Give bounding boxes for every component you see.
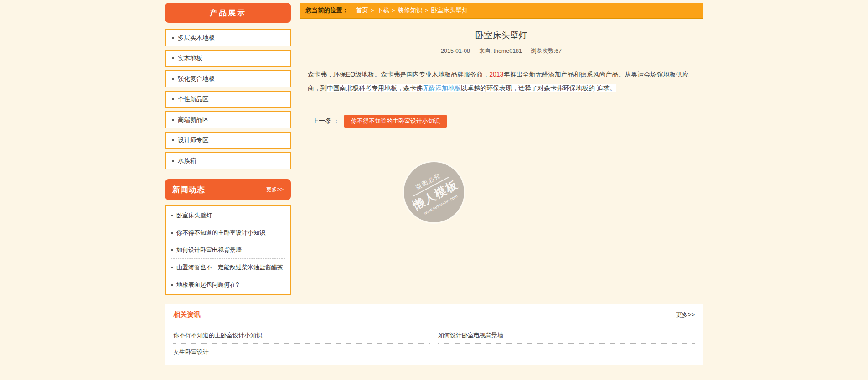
bullet-icon — [172, 139, 174, 141]
sidebar-product-item[interactable]: 高端新品区 — [165, 111, 291, 128]
sidebar-product-item[interactable]: 水族箱 — [165, 152, 291, 169]
breadcrumb-link[interactable]: 卧室床头壁灯 — [431, 7, 468, 14]
breadcrumb-link[interactable]: 下载 — [377, 7, 389, 14]
news-item-label: 地板表面起包问题何在? — [176, 281, 239, 289]
breadcrumb-separator: > — [371, 7, 374, 14]
breadcrumb-separator: > — [425, 7, 429, 14]
sidebar-news-item[interactable]: 你不得不知道的主卧室设计小知识 — [171, 224, 285, 241]
paragraph-segment: 2013 — [489, 71, 503, 78]
prev-article-row: 上一条 ： 你不得不知道的主卧室设计小知识 — [312, 115, 695, 128]
news-header: 新闻动态 更多>> — [165, 179, 291, 200]
bullet-icon — [171, 267, 173, 268]
breadcrumb-link[interactable]: 装修知识 — [398, 7, 423, 14]
bullet-icon — [172, 98, 174, 100]
related-more-link[interactable]: 更多>> — [676, 311, 695, 319]
sidebar-news-item[interactable]: 地板表面起包问题何在? — [171, 276, 285, 293]
watermark-stamp: 盗图必究 懒人模板 www.lanrenmb.com — [404, 162, 464, 222]
article-meta: 2015-01-08 来自: theme0181 浏览次数:67 — [308, 47, 695, 55]
article-date: 2015-01-08 — [441, 48, 470, 54]
breadcrumb-trail: 首页>下载>装修知识>卧室床头壁灯 — [353, 6, 471, 15]
breadcrumb-separator: > — [392, 7, 395, 14]
news-item-label: 山盟海誓也不一定能敌过柴米油盐酱醋茶 — [176, 263, 283, 272]
products-header: 产品展示 — [165, 3, 291, 23]
related-link[interactable]: 你不得不知道的主卧室设计小知识 — [173, 327, 430, 344]
related-column: 如何设计卧室电视背景墙 — [438, 327, 695, 360]
related-news-title: 相关资讯 — [173, 310, 201, 319]
bullet-icon — [171, 215, 173, 216]
article-divider — [308, 63, 695, 63]
sidebar-news-item[interactable]: 如何设计卧室电视背景墙 — [171, 241, 285, 259]
products-header-title: 产品展示 — [210, 8, 246, 18]
product-item-label: 实木地板 — [178, 54, 202, 62]
related-news-panel: 相关资讯 更多>> 你不得不知道的主卧室设计小知识女生卧室设计如何设计卧室电视背… — [165, 304, 703, 365]
prev-article-label: 上一条 ： — [312, 117, 340, 125]
bullet-icon — [172, 78, 174, 80]
sidebar-product-item[interactable]: 强化复合地板 — [165, 70, 291, 87]
bullet-icon — [171, 284, 173, 286]
article-views: 浏览次数:67 — [531, 48, 562, 54]
news-more-link[interactable]: 更多>> — [266, 186, 284, 194]
related-columns: 你不得不知道的主卧室设计小知识女生卧室设计如何设计卧室电视背景墙 — [173, 325, 695, 360]
sidebar: 产品展示 多层实木地板实木地板强化复合地板个性新品区高端新品区设计师专区水族箱 … — [165, 3, 291, 295]
bullet-icon — [171, 249, 173, 251]
breadcrumb: 您当前的位置： 首页>下载>装修知识>卧室床头壁灯 — [300, 3, 703, 19]
sidebar-product-item[interactable]: 个性新品区 — [165, 91, 291, 108]
related-link[interactable]: 女生卧室设计 — [173, 344, 430, 360]
sidebar-news-item[interactable]: 山盟海誓也不一定能敌过柴米油盐酱醋茶 — [171, 259, 285, 276]
paragraph-segment: 森卡弗，环保EO级地板。森卡弗是国内专业木地板品牌服务商， — [308, 71, 489, 78]
main-content: 您当前的位置： 首页>下载>装修知识>卧室床头壁灯 卧室床头壁灯 2015-01… — [300, 3, 703, 128]
news-header-title: 新闻动态 — [172, 185, 205, 195]
product-item-label: 多层实木地板 — [178, 34, 215, 42]
product-item-label: 个性新品区 — [178, 95, 209, 103]
sidebar-product-item[interactable]: 实木地板 — [165, 50, 291, 67]
breadcrumb-link[interactable]: 首页 — [356, 7, 368, 14]
bullet-icon — [172, 37, 174, 39]
related-news-header: 相关资讯 更多>> — [173, 310, 695, 319]
page-wrapper: 产品展示 多层实木地板实木地板强化复合地板个性新品区高端新品区设计师专区水族箱 … — [165, 0, 703, 365]
product-item-label: 高端新品区 — [178, 116, 209, 124]
article-title: 卧室床头壁灯 — [308, 30, 695, 41]
article: 卧室床头壁灯 2015-01-08 来自: theme0181 浏览次数:67 … — [300, 30, 703, 128]
news-list: 卧室床头壁灯你不得不知道的主卧室设计小知识如何设计卧室电视背景墙山盟海誓也不一定… — [165, 205, 291, 295]
related-column: 你不得不知道的主卧室设计小知识女生卧室设计 — [173, 327, 430, 360]
sidebar-news-item[interactable]: 卧室床头壁灯 — [171, 207, 285, 224]
prev-article-button[interactable]: 你不得不知道的主卧室设计小知识 — [344, 115, 447, 128]
sidebar-product-item[interactable]: 设计师专区 — [165, 132, 291, 149]
bullet-icon — [172, 57, 174, 59]
sidebar-product-item[interactable]: 多层实木地板 — [165, 29, 291, 46]
product-item-label: 强化复合地板 — [178, 75, 215, 83]
related-link[interactable]: 如何设计卧室电视背景墙 — [438, 327, 695, 344]
breadcrumb-label: 您当前的位置： — [305, 6, 349, 15]
article-paragraph: 森卡弗，环保EO级地板。森卡弗是国内专业木地板品牌服务商，2013年推出全新无醛… — [308, 67, 695, 95]
article-inline-link[interactable]: 无醛添加地板 — [423, 84, 461, 92]
news-item-label: 你不得不知道的主卧室设计小知识 — [176, 229, 265, 237]
bullet-icon — [171, 232, 173, 234]
bullet-icon — [172, 160, 174, 162]
product-item-label: 水族箱 — [178, 157, 196, 165]
paragraph-segment: 以卓越的环保表现，诠释了对森卡弗环保地板的 追求。 — [461, 84, 616, 92]
watermark-content: 盗图必究 懒人模板 www.lanrenmb.com — [404, 166, 463, 218]
product-item-label: 设计师专区 — [178, 136, 209, 144]
news-item-label: 卧室床头壁灯 — [176, 211, 212, 220]
product-list: 多层实木地板实木地板强化复合地板个性新品区高端新品区设计师专区水族箱 — [165, 29, 291, 169]
paragraph-segment: 中国南北极科考专用地板，森卡佛 — [327, 84, 423, 92]
article-source: 来自: theme0181 — [479, 48, 522, 54]
news-item-label: 如何设计卧室电视背景墙 — [176, 246, 242, 254]
bullet-icon — [172, 119, 174, 121]
